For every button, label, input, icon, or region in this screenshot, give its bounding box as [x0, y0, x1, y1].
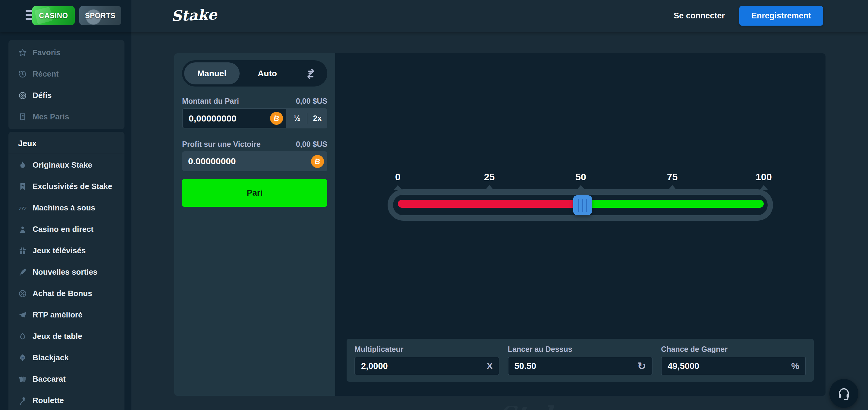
- sidebar-item-roulette[interactable]: Roulette: [8, 390, 124, 410]
- profit-label: Profit sur une Victoire: [182, 140, 261, 149]
- stake-logo[interactable]: Stake: [171, 6, 217, 24]
- dice-slider: 0 25 50 75 100: [388, 172, 773, 224]
- sidebar-item-label: Originaux Stake: [33, 160, 92, 170]
- sidebar-item-label: Blackjack: [33, 353, 69, 362]
- svg-text:777: 777: [19, 206, 27, 211]
- roll-over-label: Lancer au Dessus: [508, 345, 653, 354]
- sidebar-item-jeux-televises[interactable]: Jeux télévisés: [8, 240, 124, 261]
- sidebar-item-recent[interactable]: Récent: [8, 63, 124, 85]
- swap-over-under-icon[interactable]: ↻: [638, 360, 646, 372]
- sidebar-item-favoris[interactable]: Favoris: [8, 42, 124, 63]
- bookmark-icon: [18, 182, 27, 191]
- fire-icon: [18, 161, 27, 170]
- roll-over-value: 50.50: [515, 361, 536, 371]
- roll-over-input[interactable]: 50.50 ↻: [508, 357, 653, 375]
- win-chance-label: Chance de Gagner: [661, 345, 806, 354]
- history-icon: [18, 70, 27, 79]
- sports-toggle-label: SPORTS: [85, 11, 116, 20]
- sidebar-item-defis[interactable]: Défis: [8, 85, 124, 106]
- rocket-icon: [18, 268, 27, 277]
- roll-over-field: Lancer au Dessus 50.50 ↻: [508, 345, 653, 376]
- sidebar-item-achat-de-bonus[interactable]: Achat de Bonus: [8, 283, 124, 304]
- profit-label-row: Profit sur une Victoire 0,00 $US: [182, 140, 327, 149]
- win-chance-value: 49,5000: [668, 361, 699, 371]
- half-bet-button[interactable]: ½: [287, 108, 307, 128]
- sidebar-item-casino-en-direct[interactable]: Casino en direct: [8, 218, 124, 240]
- bet-amount-label: Montant du Pari: [182, 97, 239, 106]
- roulette-icon: [18, 396, 27, 405]
- sidebar-item-label: RTP amélioré: [33, 310, 83, 320]
- tab-auto[interactable]: Auto: [240, 62, 295, 84]
- multiplier-label: Multiplicateur: [354, 345, 499, 354]
- swap-arrows-icon: [305, 67, 317, 80]
- tick-label-50: 50: [575, 172, 586, 183]
- sidebar-item-label: Casino en direct: [33, 225, 93, 234]
- headset-icon: [837, 386, 851, 400]
- sports-toggle-button[interactable]: SPORTS: [79, 6, 121, 25]
- casino-toggle-button[interactable]: CASINO: [32, 6, 75, 25]
- casino-toggle-label: CASINO: [39, 11, 68, 20]
- dice-game-area: 0 25 50 75 100: [335, 53, 826, 396]
- gift-icon: [18, 246, 27, 255]
- sidebar-item-label: Roulette: [33, 396, 64, 405]
- support-chat-button[interactable]: [830, 379, 858, 408]
- bitcoin-icon: B: [310, 154, 325, 169]
- sidebar-item-machines-a-sous[interactable]: 777 Machines à sous: [8, 197, 124, 218]
- sidebar-quick-group: Favoris Récent Défis Mes Paris: [8, 40, 124, 129]
- multiplier-x-icon: X: [487, 361, 493, 371]
- profit-value: 0.00000000: [182, 156, 311, 167]
- sidebar-item-label: Baccarat: [33, 374, 66, 384]
- sidebar-item-label: Jeux télévisés: [33, 246, 86, 255]
- challenges-icon: [18, 91, 27, 100]
- bet-button[interactable]: Pari: [182, 179, 327, 207]
- cards-icon: [18, 375, 27, 384]
- paper-plane-icon: [18, 311, 27, 320]
- sidebar-item-label: Nouvelles sorties: [33, 267, 97, 277]
- spade-21-icon: 21: [18, 353, 27, 362]
- sidebar-section-title: Jeux: [8, 132, 124, 154]
- tab-manual[interactable]: Manuel: [184, 62, 240, 84]
- bet-modifier-buttons: ½ 2x: [287, 108, 327, 128]
- slider-handle[interactable]: [573, 195, 592, 215]
- profit-usd-value: 0,00 $US: [296, 140, 327, 149]
- double-bet-button[interactable]: 2x: [307, 108, 327, 128]
- bet-amount-value: 0,00000000: [183, 113, 270, 124]
- bet-amount-input[interactable]: 0,00000000 B: [182, 108, 287, 128]
- percent-icon: %: [791, 361, 799, 371]
- register-button[interactable]: Enregistrement: [739, 6, 823, 26]
- sidebar-item-nouvelles-sorties[interactable]: Nouvelles sorties: [8, 261, 124, 283]
- top-bar-left-section: CASINO SPORTS: [0, 0, 131, 32]
- sidebar-item-rtp-ameliore[interactable]: RTP amélioré: [8, 304, 124, 326]
- tick-label-25: 25: [484, 172, 495, 183]
- sidebar-item-label: Favoris: [33, 48, 61, 57]
- sidebar-item-label: Mes Paris: [33, 112, 69, 121]
- login-link[interactable]: Se connecter: [674, 11, 725, 21]
- sidebar-item-baccarat[interactable]: Baccarat: [8, 369, 124, 390]
- sidebar-item-originaux-stake[interactable]: Originaux Stake: [8, 154, 124, 176]
- multiplier-field: Multiplicateur 2,0000 X: [354, 345, 499, 376]
- slider-notch: [760, 185, 768, 190]
- bet-panel: Manuel Auto Montant du Pari 0,00 $US 0,0…: [174, 53, 335, 396]
- multiplier-input[interactable]: 2,0000 X: [354, 357, 499, 375]
- strategy-button[interactable]: [305, 67, 317, 80]
- sidebar-item-label: Exclusivités de Stake: [33, 182, 112, 191]
- sidebar-item-exclusivites[interactable]: Exclusivités de Stake: [8, 176, 124, 197]
- sidebar: Favoris Récent Défis Mes Paris: [0, 32, 131, 410]
- bet-amount-group: 0,00000000 B ½ 2x: [182, 108, 327, 128]
- slots-777-icon: 777: [18, 204, 27, 212]
- tick-label-0: 0: [395, 172, 401, 183]
- tick-label-75: 75: [667, 172, 678, 183]
- sidebar-item-blackjack[interactable]: 21 Blackjack: [8, 347, 124, 369]
- top-bar-right-section: Se connecter Enregistrement: [674, 0, 823, 32]
- sidebar-item-jeux-de-table[interactable]: Jeux de table: [8, 326, 124, 347]
- sidebar-item-label: Achat de Bonus: [33, 289, 92, 298]
- bonus-icon: [18, 289, 27, 298]
- droplet-icon: [18, 332, 27, 341]
- bitcoin-icon: B: [269, 111, 284, 126]
- sidebar-item-label: Défis: [33, 91, 52, 100]
- bet-amount-label-row: Montant du Pari 0,00 $US: [182, 97, 327, 106]
- sidebar-games-group: Jeux Originaux Stake Exclusivités de Sta…: [8, 132, 124, 410]
- sidebar-item-mes-paris[interactable]: Mes Paris: [8, 106, 124, 127]
- win-chance-input[interactable]: 49,5000 %: [661, 357, 806, 375]
- profit-input[interactable]: 0.00000000 B: [182, 151, 327, 171]
